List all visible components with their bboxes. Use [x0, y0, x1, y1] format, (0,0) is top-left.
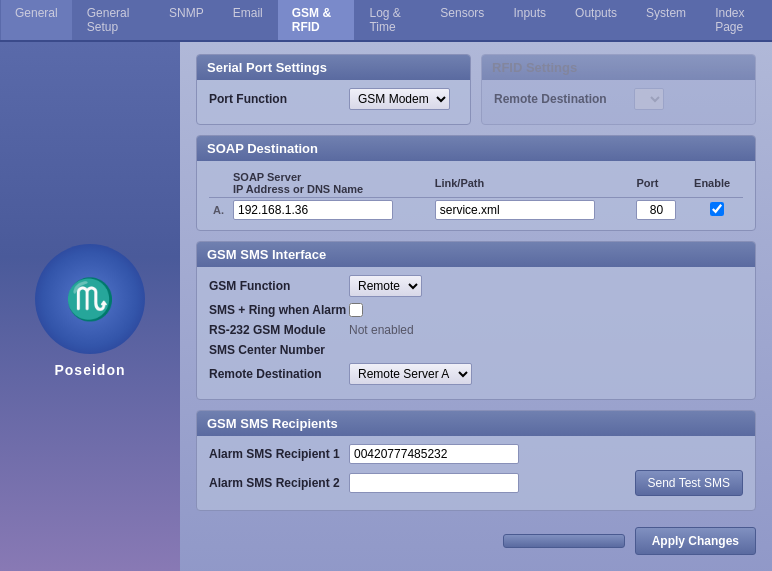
rfid-section: RFID Settings Remote Destination: [481, 54, 756, 125]
soap-header: SOAP Destination: [197, 136, 755, 161]
rfid-dest-label: Remote Destination: [494, 92, 634, 106]
soap-enable-checkbox[interactable]: [710, 202, 724, 216]
rfid-dest-select[interactable]: [634, 88, 664, 110]
rfid-title: RFID Settings: [492, 60, 577, 75]
serial-port-section: Serial Port Settings Port Function GSM M…: [196, 54, 471, 125]
remote-dest-label: Remote Destination: [209, 367, 349, 381]
main-container: ♏ Poseidon Serial Port Settings Port Fun…: [0, 42, 772, 571]
soap-row-a: A.: [209, 198, 743, 223]
soap-table: SOAP Server IP Address or DNS Name Link/…: [209, 169, 743, 222]
rs232-value: Not enabled: [349, 323, 414, 337]
rfid-dest-row: Remote Destination: [494, 88, 743, 110]
recipient2-input[interactable]: [349, 473, 519, 493]
soap-col-ip: SOAP Server IP Address or DNS Name: [229, 169, 431, 198]
sidebar: ♏ Poseidon: [0, 42, 180, 571]
soap-section: SOAP Destination SOAP Server IP Address …: [196, 135, 756, 231]
soap-ip-input[interactable]: [233, 200, 393, 220]
recipient1-input[interactable]: [349, 444, 519, 464]
soap-col-enable: Enable: [690, 169, 743, 198]
tab-sensors[interactable]: Sensors: [426, 0, 499, 40]
recipient2-row: Alarm SMS Recipient 2 Send Test SMS: [209, 470, 743, 496]
remote-dest-row: Remote Destination Remote Server A Remot…: [209, 363, 743, 385]
gsm-sms-section: GSM SMS Interface GSM Function Remote SM…: [196, 241, 756, 400]
gsm-function-label: GSM Function: [209, 279, 349, 293]
rs232-label: RS-232 GSM Module: [209, 323, 349, 337]
tab-index-page[interactable]: Index Page: [701, 0, 772, 40]
port-function-select[interactable]: GSM Modem: [349, 88, 450, 110]
gsm-recipients-section: GSM SMS Recipients Alarm SMS Recipient 1…: [196, 410, 756, 511]
soap-col-empty: [209, 169, 229, 198]
soap-port-input[interactable]: [636, 200, 676, 220]
sms-center-row: SMS Center Number: [209, 343, 743, 357]
sms-ring-row: SMS + Ring when Alarm: [209, 303, 743, 317]
port-function-label: Port Function: [209, 92, 349, 106]
gsm-sms-body: GSM Function Remote SMS + Ring when Alar…: [197, 267, 755, 399]
soap-row-a-link: [431, 198, 633, 223]
recipient1-row: Alarm SMS Recipient 1: [209, 444, 743, 464]
tab-system[interactable]: System: [632, 0, 701, 40]
soap-col-port: Port: [632, 169, 690, 198]
content-area: Serial Port Settings Port Function GSM M…: [180, 42, 772, 571]
remote-dest-select[interactable]: Remote Server A Remote Server B: [349, 363, 472, 385]
soap-body: SOAP Server IP Address or DNS Name Link/…: [197, 161, 755, 230]
trident-icon: ♏: [65, 279, 115, 319]
tab-inputs[interactable]: Inputs: [499, 0, 561, 40]
port-function-row: Port Function GSM Modem: [209, 88, 458, 110]
tab-log-time[interactable]: Log & Time: [355, 0, 426, 40]
gsm-function-select[interactable]: Remote: [349, 275, 422, 297]
top-sections: Serial Port Settings Port Function GSM M…: [196, 54, 756, 125]
bottom-row: Apply Changes: [196, 521, 756, 561]
blank-button: [503, 534, 625, 548]
soap-link-input[interactable]: [435, 200, 595, 220]
tab-outputs[interactable]: Outputs: [561, 0, 632, 40]
sms-ring-label: SMS + Ring when Alarm: [209, 303, 349, 317]
tab-general[interactable]: General: [0, 0, 73, 40]
soap-row-a-label: A.: [209, 198, 229, 223]
gsm-function-row: GSM Function Remote: [209, 275, 743, 297]
serial-port-body: Port Function GSM Modem: [197, 80, 470, 124]
recipient2-label: Alarm SMS Recipient 2: [209, 476, 349, 490]
soap-row-a-port: [632, 198, 690, 223]
soap-col-link: Link/Path: [431, 169, 633, 198]
gsm-recipients-header: GSM SMS Recipients: [197, 411, 755, 436]
gsm-recipients-body: Alarm SMS Recipient 1 Alarm SMS Recipien…: [197, 436, 755, 510]
recipient1-label: Alarm SMS Recipient 1: [209, 447, 349, 461]
send-test-sms-button[interactable]: Send Test SMS: [635, 470, 744, 496]
logo-circle: ♏: [35, 244, 145, 354]
brand-name: Poseidon: [54, 362, 125, 378]
soap-row-a-ip: [229, 198, 431, 223]
serial-port-header: Serial Port Settings: [197, 55, 470, 80]
tab-gsm-rfid[interactable]: GSM & RFID: [278, 0, 356, 40]
tab-general-setup[interactable]: General Setup: [73, 0, 155, 40]
sms-ring-checkbox[interactable]: [349, 303, 363, 317]
gsm-sms-header: GSM SMS Interface: [197, 242, 755, 267]
tab-email[interactable]: Email: [219, 0, 278, 40]
nav-tabs: General General Setup SNMP Email GSM & R…: [0, 0, 772, 42]
tab-snmp[interactable]: SNMP: [155, 0, 219, 40]
apply-changes-button[interactable]: Apply Changes: [635, 527, 756, 555]
rfid-header: RFID Settings: [482, 55, 755, 80]
soap-row-a-enable: [690, 198, 743, 223]
sms-center-label: SMS Center Number: [209, 343, 349, 357]
rfid-body: Remote Destination: [482, 80, 755, 124]
rs232-row: RS-232 GSM Module Not enabled: [209, 323, 743, 337]
